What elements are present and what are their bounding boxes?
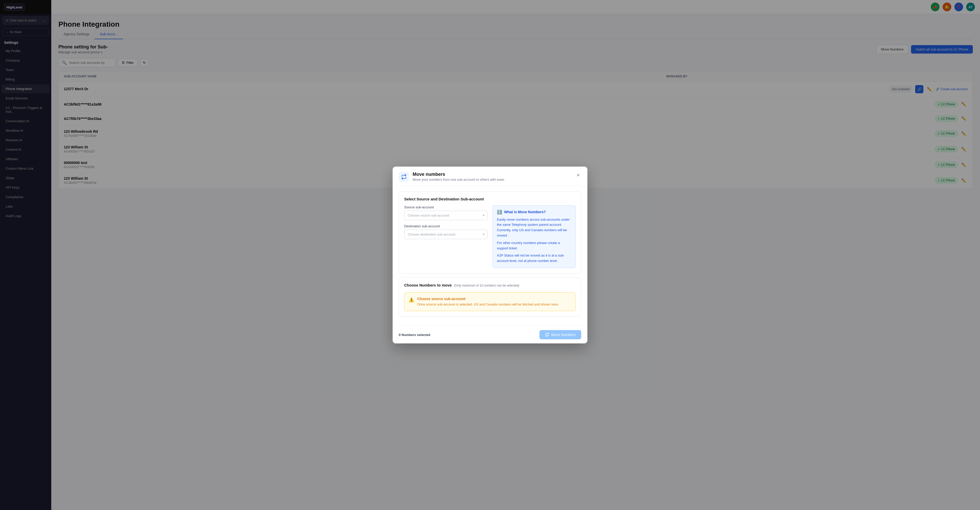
modal-footer: 0 Numbers selected Move Numbers bbox=[393, 326, 587, 343]
source-destination-card: Select Source and Destination Sub-accoun… bbox=[399, 191, 581, 273]
info-text-2: For other country numbers please create … bbox=[497, 240, 571, 251]
modal-close-button[interactable]: × bbox=[575, 172, 581, 179]
move-numbers-submit-button[interactable]: Move Numbers bbox=[539, 330, 581, 339]
info-text-1: Easily move numbers across sub-accounts … bbox=[497, 217, 571, 238]
modal-title: Move numbers bbox=[413, 172, 505, 177]
source-label: Source sub-account bbox=[404, 205, 487, 209]
warning-box: ⚠️ Choose source sub-account Once source… bbox=[404, 292, 576, 311]
info-icon: ℹ️ bbox=[497, 210, 502, 214]
info-title: What is Move Numbers? bbox=[504, 210, 546, 214]
destination-select-wrap: ▾ Choose destination sub-account bbox=[404, 230, 487, 239]
move-icon bbox=[545, 333, 549, 337]
choose-numbers-title: Choose Numbers to move bbox=[404, 283, 452, 287]
move-button-label: Move Numbers bbox=[551, 333, 576, 337]
destination-form-group: Destination sub-account ▾ Choose destina… bbox=[404, 224, 487, 239]
warning-text: Once source sub-account is selected, US … bbox=[417, 302, 559, 307]
modal-icon bbox=[399, 172, 409, 182]
form-grid: Source sub-account ▾ Choose source sub-a… bbox=[404, 205, 576, 268]
choose-numbers-subtitle: (Only maximum of 10 numbers can be selec… bbox=[454, 284, 519, 287]
move-numbers-modal: Move numbers Move your numbers from one … bbox=[393, 167, 587, 344]
source-select[interactable] bbox=[404, 211, 487, 220]
choose-numbers-card: Choose Numbers to move (Only maximum of … bbox=[399, 278, 581, 317]
info-box: ℹ️ What is Move Numbers? Easily move num… bbox=[493, 205, 576, 268]
modal-overlay[interactable]: Move numbers Move your numbers from one … bbox=[0, 0, 980, 510]
source-select-wrap: ▾ Choose source sub-account bbox=[404, 211, 487, 220]
modal-header: Move numbers Move your numbers from one … bbox=[393, 167, 587, 186]
destination-select[interactable] bbox=[404, 230, 487, 239]
modal-body: Select Source and Destination Sub-accoun… bbox=[393, 186, 587, 326]
warning-icon: ⚠️ bbox=[409, 297, 414, 303]
warning-title: Choose source sub-account bbox=[417, 297, 559, 301]
numbers-count: 0 bbox=[399, 333, 401, 337]
source-form-group: Source sub-account ▾ Choose source sub-a… bbox=[404, 205, 487, 220]
modal-subtitle: Move your numbers from one sub-account t… bbox=[413, 178, 505, 181]
info-text-3: A2P Status will not be moved as it is at… bbox=[497, 253, 571, 264]
destination-label: Destination sub-account bbox=[404, 224, 487, 228]
card-title: Select Source and Destination Sub-accoun… bbox=[404, 197, 576, 201]
numbers-selected-label: 0 Numbers selected bbox=[399, 333, 430, 337]
